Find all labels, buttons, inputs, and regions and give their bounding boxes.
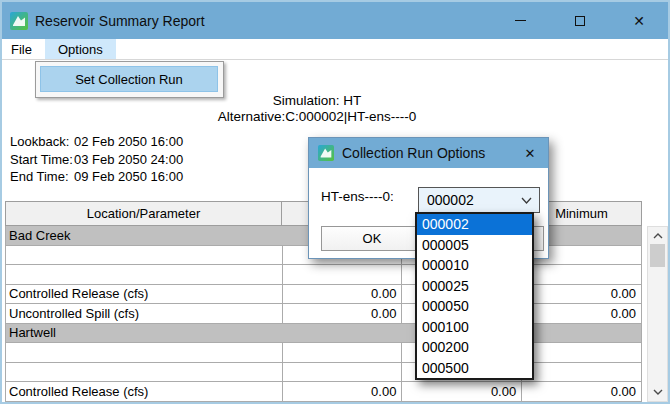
menu-options[interactable]: Options bbox=[45, 39, 116, 59]
close-icon: ✕ bbox=[633, 14, 645, 28]
chevron-up-icon bbox=[652, 232, 664, 240]
menu-bar: File Options bbox=[2, 39, 668, 60]
time-info: Lookback: 02 Feb 2050 16:00 Start Time: … bbox=[10, 133, 183, 186]
row-value: 0.00 bbox=[283, 382, 403, 401]
dropdown-option[interactable]: 000010 bbox=[417, 255, 532, 276]
row-label bbox=[6, 343, 283, 362]
dialog-title-bar: Collection Run Options ✕ bbox=[309, 138, 548, 168]
lookback-value: 02 Feb 2050 16:00 bbox=[74, 133, 183, 151]
ok-button[interactable]: OK bbox=[321, 226, 423, 251]
ensemble-combobox[interactable]: 000002 bbox=[418, 187, 540, 213]
row-label bbox=[6, 265, 283, 284]
dropdown-option[interactable]: 000100 bbox=[417, 317, 532, 338]
close-button[interactable]: ✕ bbox=[616, 2, 662, 39]
section-label: Hartwell bbox=[6, 324, 642, 343]
table-row bbox=[5, 265, 642, 285]
chevron-down-icon bbox=[520, 196, 533, 205]
row-value: 0.00 bbox=[522, 285, 642, 304]
lookback-label: Lookback: bbox=[10, 133, 74, 151]
scroll-up-button[interactable] bbox=[648, 227, 667, 245]
menu-file[interactable]: File bbox=[2, 39, 41, 59]
maximize-button[interactable] bbox=[560, 2, 600, 39]
app-icon bbox=[10, 12, 28, 30]
row-value: 0.00 bbox=[402, 382, 522, 401]
vertical-scrollbar[interactable] bbox=[647, 226, 668, 402]
window-title: Reservoir Summary Report bbox=[35, 13, 205, 29]
row-label bbox=[6, 246, 283, 265]
dropdown-option[interactable]: 000050 bbox=[417, 296, 532, 317]
table-row bbox=[5, 343, 642, 363]
minimize-button[interactable] bbox=[500, 2, 540, 39]
dropdown-option[interactable]: 000005 bbox=[417, 235, 532, 256]
row-value bbox=[522, 343, 642, 362]
title-bar: Reservoir Summary Report ✕ bbox=[2, 2, 668, 39]
row-value bbox=[283, 363, 403, 382]
row-label: Uncontrolled Spill (cfs) bbox=[6, 304, 283, 323]
row-value: 0.00 bbox=[522, 304, 642, 323]
ensemble-field-label: HT-ens----0: bbox=[321, 189, 394, 204]
close-icon: ✕ bbox=[525, 146, 536, 161]
end-time-value: 09 Feb 2050 16:00 bbox=[74, 168, 183, 186]
table-row bbox=[5, 363, 642, 383]
row-label: Controlled Release (cfs) bbox=[6, 285, 283, 304]
end-time-label: End Time: bbox=[10, 168, 74, 186]
row-value bbox=[522, 363, 642, 382]
row-value bbox=[283, 343, 403, 362]
row-value bbox=[283, 265, 403, 284]
dropdown-option[interactable]: 000002 bbox=[417, 214, 532, 235]
table-row: Controlled Release (cfs) 0.00 0.00 bbox=[5, 285, 642, 305]
ensemble-dropdown-list: 000002 000005 000010 000025 000050 00010… bbox=[415, 212, 534, 380]
scroll-down-button[interactable] bbox=[648, 383, 667, 401]
alternative-line: Alternative:C:000002|HT-ens----0 bbox=[2, 109, 632, 125]
row-value bbox=[522, 265, 642, 284]
combobox-value: 000002 bbox=[419, 192, 474, 208]
dropdown-option[interactable]: 000025 bbox=[417, 276, 532, 297]
dropdown-option[interactable]: 000200 bbox=[417, 337, 532, 358]
row-label bbox=[6, 363, 283, 382]
dialog-app-icon bbox=[318, 145, 334, 161]
row-value: 0.00 bbox=[522, 382, 642, 401]
start-time-value: 03 Feb 2050 24:00 bbox=[74, 151, 183, 169]
chevron-down-icon bbox=[652, 388, 664, 396]
header-location-parameter: Location/Parameter bbox=[5, 201, 282, 226]
dialog-title: Collection Run Options bbox=[342, 145, 485, 161]
minimize-icon bbox=[515, 20, 526, 21]
table-row: Controlled Release (cfs) 0.00 0.00 0.00 bbox=[5, 382, 642, 402]
start-time-label: Start Time: bbox=[10, 151, 74, 169]
dropdown-option[interactable]: 000500 bbox=[417, 358, 532, 379]
maximize-icon bbox=[575, 16, 585, 26]
row-label: Controlled Release (cfs) bbox=[6, 382, 283, 401]
options-menu-popup: Set Collection Run bbox=[35, 61, 224, 98]
menu-item-set-collection-run[interactable]: Set Collection Run bbox=[40, 66, 218, 92]
table-row: Uncontrolled Spill (cfs) 0.00 0.00 bbox=[5, 304, 642, 324]
reservoir-summary-window: Reservoir Summary Report ✕ File Options … bbox=[0, 0, 670, 404]
dialog-close-button[interactable]: ✕ bbox=[512, 138, 548, 168]
row-value: 0.00 bbox=[283, 285, 403, 304]
table-row-section: Hartwell bbox=[5, 324, 642, 344]
scrollbar-thumb[interactable] bbox=[650, 244, 665, 267]
row-value: 0.00 bbox=[283, 304, 403, 323]
